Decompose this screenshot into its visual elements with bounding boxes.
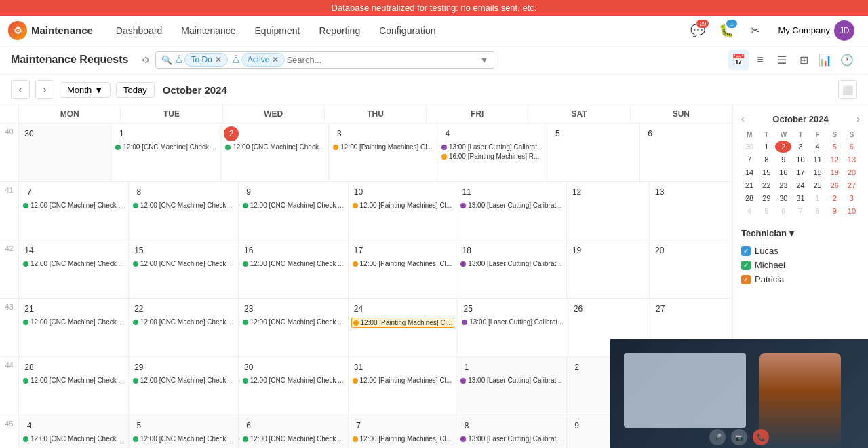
calendar-cell[interactable]: 412:00 [CNC Machine] Check ... [19, 415, 129, 448]
mini-calendar-day[interactable]: 19 [827, 166, 843, 179]
technician-checkbox[interactable]: ✓ [741, 275, 751, 284]
mini-calendar-day[interactable]: 2 [827, 192, 843, 204]
calendar-cell[interactable]: 712:00 [Painting Machines] Cl... [349, 415, 457, 448]
calendar-cell[interactable]: 912:00 [CNC Machine] Check ... [239, 182, 349, 240]
calendar-cell[interactable]: 312:00 [Painting Machines] Cl... [329, 124, 437, 181]
calendar-cell[interactable]: 3012:00 [CNC Machine] Check ... [239, 357, 349, 415]
calendar-event[interactable]: 12:00 [CNC Machine] Check ... [22, 318, 125, 326]
mini-calendar-day[interactable]: 16 [775, 166, 791, 179]
technician-checkbox[interactable]: ✓ [741, 246, 751, 256]
calendar-cell[interactable]: 212:00 [CNC Machine] Check... [221, 124, 329, 181]
mini-calendar-day[interactable]: 11 [810, 153, 826, 166]
mini-calendar-day[interactable]: 4 [810, 141, 826, 153]
mini-calendar-day[interactable]: 5 [827, 141, 843, 153]
calendar-event[interactable]: 13:00 [Laser Cutting] Calibrat... [440, 143, 544, 151]
settings-icon[interactable]: ⚙ [142, 55, 150, 65]
calendar-cell[interactable]: 2912:00 [CNC Machine] Check ... [129, 357, 239, 415]
scissors-button[interactable]: ✂ [744, 20, 766, 41]
today-button[interactable]: Today [116, 82, 155, 98]
technician-item[interactable]: ✓Michael [741, 258, 860, 272]
calendar-cell[interactable]: 2513:00 [Laser Cutting] Calibrat... [458, 299, 568, 356]
calendar-cell[interactable]: 813:00 [Laser Cutting] Calibrat... [456, 415, 566, 448]
filter-todo-remove[interactable]: ✕ [215, 55, 222, 64]
calendar-event[interactable]: 12:00 [CNC Machine] Check ... [22, 259, 125, 268]
nav-equipment[interactable]: Equipment [248, 21, 307, 40]
mini-calendar-day[interactable]: 5 [758, 205, 774, 217]
mini-calendar-day[interactable]: 6 [844, 141, 860, 153]
calendar-cell[interactable]: 113:00 [Laser Cutting] Calibrat... [456, 357, 566, 415]
mini-calendar-day[interactable]: 10 [792, 153, 808, 166]
mini-calendar-day[interactable]: 30 [775, 192, 791, 204]
calendar-event[interactable]: 12:00 [Painting Machines] Cl... [351, 201, 454, 210]
filter-active[interactable]: Active ✕ [241, 53, 285, 67]
calendar-cell[interactable]: 1113:00 [Laser Cutting] Calibrat... [456, 182, 566, 240]
calendar-cell[interactable]: 3112:00 [Painting Machines] Cl... [349, 357, 457, 415]
mini-calendar-day[interactable]: 7 [741, 153, 757, 166]
mini-calendar-day[interactable]: 9 [775, 153, 791, 166]
calendar-event[interactable]: 12:00 [CNC Machine] Check... [224, 143, 326, 151]
calendar-cell[interactable]: 1512:00 [CNC Machine] Check ... [129, 240, 239, 298]
view-chart-button[interactable]: 📊 [815, 50, 835, 70]
mini-calendar-day[interactable]: 9 [827, 205, 843, 217]
calendar-cell[interactable]: 6 [640, 124, 732, 181]
mini-calendar-day[interactable]: 8 [810, 205, 826, 217]
calendar-event[interactable]: 12:00 [Painting Machines] Cl... [351, 318, 455, 328]
calendar-cell[interactable]: 1813:00 [Laser Cutting] Calibrat... [456, 240, 566, 298]
mini-calendar-day[interactable]: 23 [775, 179, 791, 191]
company-area[interactable]: My Company JD [772, 18, 860, 43]
calendar-cell[interactable]: 20 [650, 240, 732, 298]
mini-calendar-day[interactable]: 20 [844, 166, 860, 179]
calendar-event[interactable]: 12:00 [CNC Machine] Check ... [22, 201, 125, 210]
mini-calendar-day[interactable]: 21 [741, 179, 757, 191]
calendar-cell[interactable]: 1612:00 [CNC Machine] Check ... [239, 240, 349, 298]
mini-next-button[interactable]: › [856, 113, 860, 124]
technician-dropdown-icon[interactable]: ▾ [789, 228, 794, 238]
calendar-event[interactable]: 12:00 [CNC Machine] Check ... [241, 376, 345, 385]
expand-calendar-button[interactable]: ⬜ [838, 80, 857, 99]
calendar-event[interactable]: 16:00 [Painting Machines] R... [440, 152, 544, 161]
calendar-cell[interactable]: 2212:00 [CNC Machine] Check ... [129, 299, 239, 356]
view-table-button[interactable]: ☰ [772, 50, 792, 70]
mini-calendar-day[interactable]: 24 [792, 179, 808, 191]
mini-calendar-day[interactable]: 22 [758, 179, 774, 191]
calendar-event[interactable]: 12:00 [CNC Machine] Check ... [132, 259, 235, 268]
bug-button[interactable]: 🐛 1 [715, 20, 737, 41]
view-calendar-button[interactable]: 📅 [728, 50, 749, 70]
calendar-event[interactable]: 13:00 [Laser Cutting] Calibrat... [459, 201, 563, 210]
mini-calendar-day[interactable]: 30 [741, 141, 757, 153]
hangup-button[interactable]: 📞 [753, 429, 769, 445]
calendar-event[interactable]: 12:00 [CNC Machine] Check ... [132, 318, 235, 326]
camera-button[interactable]: 📷 [731, 429, 747, 445]
calendar-event[interactable]: 13:00 [Laser Cutting] Calibrat... [459, 259, 563, 268]
calendar-event[interactable]: 13:00 [Laser Cutting] Calibrat... [460, 318, 564, 326]
mini-calendar-day[interactable]: 2 [775, 141, 791, 153]
calendar-cell[interactable]: 1712:00 [Painting Machines] Cl... [349, 240, 457, 298]
calendar-cell[interactable]: 2312:00 [CNC Machine] Check ... [239, 299, 349, 356]
prev-month-button[interactable]: ‹ [11, 80, 30, 99]
calendar-cell[interactable]: 19 [567, 240, 650, 298]
calendar-event[interactable]: 12:00 [CNC Machine] Check ... [22, 376, 125, 385]
search-dropdown-arrow[interactable]: ▼ [480, 55, 489, 65]
mini-calendar-day[interactable]: 4 [741, 205, 757, 217]
mini-calendar-day[interactable]: 7 [792, 205, 808, 217]
next-month-button[interactable]: › [35, 80, 54, 99]
calendar-cell[interactable]: 2412:00 [Painting Machines] Cl... [349, 299, 458, 356]
calendar-event[interactable]: 12:00 [CNC Machine] Check ... [241, 434, 345, 443]
mic-button[interactable]: 🎤 [709, 429, 726, 445]
calendar-cell[interactable]: 612:00 [CNC Machine] Check ... [239, 415, 349, 448]
brand-logo[interactable]: ⚙ Maintenance [8, 21, 93, 40]
nav-reporting[interactable]: Reporting [312, 21, 367, 40]
calendar-event[interactable]: 12:00 [Painting Machines] Cl... [332, 143, 434, 151]
mini-calendar-day[interactable]: 25 [810, 179, 826, 191]
calendar-event[interactable]: 12:00 [CNC Machine] Check ... [241, 318, 345, 326]
calendar-event[interactable]: 12:00 [CNC Machine] Check ... [22, 434, 125, 443]
view-list-button[interactable]: ≡ [750, 50, 770, 70]
calendar-event[interactable]: 13:00 [Laser Cutting] Calibrat... [459, 376, 563, 385]
calendar-cell[interactable]: 112:00 [CNC Machine] Check ... [111, 124, 221, 181]
calendar-event[interactable]: 12:00 [CNC Machine] Check ... [114, 143, 218, 151]
calendar-event[interactable]: 12:00 [Painting Machines] Cl... [351, 259, 454, 268]
calendar-event[interactable]: 12:00 [Painting Machines] Cl... [351, 434, 454, 443]
mini-calendar-day[interactable]: 1 [810, 192, 826, 204]
mini-calendar-day[interactable]: 27 [844, 179, 860, 191]
filter-todo[interactable]: To Do ✕ [184, 53, 227, 67]
